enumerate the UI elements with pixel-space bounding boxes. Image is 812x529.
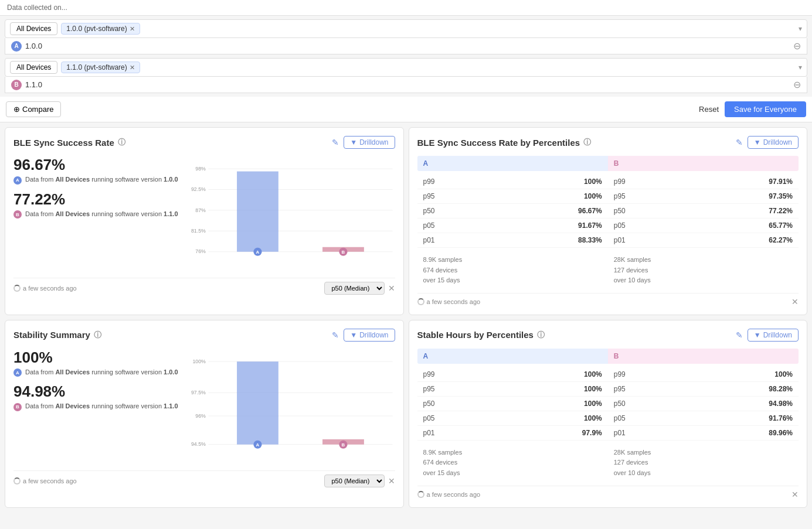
pct-value-a: 100% — [447, 385, 602, 393]
svg-text:A: A — [256, 250, 259, 255]
pct-label-b: p01 — [614, 429, 637, 437]
stability-desc-a: A Data from All Devices running software… — [13, 368, 178, 377]
filter-tag-b-close[interactable]: ✕ — [130, 64, 135, 71]
stability-title-text: Stability Summary — [13, 330, 90, 340]
expand-icon-ble-perc[interactable]: ✕ — [791, 297, 799, 306]
edit-icon-stable[interactable]: ✎ — [736, 330, 743, 340]
percentile-select-ble[interactable]: p50 (Median) — [324, 282, 385, 295]
stability-metric-a: 100% — [13, 349, 178, 367]
stable-meta-a-samples: 8.9K samples — [423, 448, 602, 458]
table-row: p95 100% p95 97.35% — [417, 189, 799, 204]
table-row: p50 96.67% p50 77.22% — [417, 204, 799, 219]
refresh-icon-ble — [13, 285, 21, 292]
svg-text:87%: 87% — [195, 207, 206, 213]
expand-icon-stability[interactable]: ✕ — [388, 476, 395, 486]
svg-text:100%: 100% — [192, 359, 206, 364]
ble-sync-chart: 98% 92.5% 87% 81.5% 76% — [188, 156, 395, 273]
svg-text:B: B — [341, 442, 345, 448]
pct-meta-b-period: over 10 days — [614, 275, 793, 286]
drilldown-btn-stable[interactable]: ▼ Drilldown — [748, 329, 799, 342]
stable-hours-header: Stable Hours by Percentiles ⓘ ✎ ▼ Drilld… — [417, 329, 799, 342]
pct-cell-b: p01 89.96% — [608, 426, 799, 440]
reset-button[interactable]: Reset — [699, 105, 719, 114]
edit-icon-perc[interactable]: ✎ — [736, 138, 743, 147]
pct-value-a: 97.9% — [447, 429, 602, 437]
pct-meta-a-devices: 674 devices — [423, 265, 602, 276]
compare-button[interactable]: ⊕ Compare — [6, 101, 61, 117]
ble-sync-controls: p50 (Median) ✕ — [324, 282, 395, 295]
save-button[interactable]: Save for Everyone — [725, 101, 806, 117]
pct-label-b: p01 — [614, 236, 637, 244]
stable-hours-title: Stable Hours by Percentiles ⓘ — [417, 330, 545, 340]
svg-rect-10 — [237, 172, 278, 252]
stable-pct-header: A B — [417, 349, 799, 364]
chevron-down-icon-a[interactable]: ▾ — [799, 25, 802, 33]
pct-cell-b: p50 77.22% — [608, 204, 799, 218]
badge-a: A — [11, 41, 22, 52]
ble-sync-perc-header: BLE Sync Success Rate by Percentiles ⓘ ✎… — [417, 136, 799, 149]
filter-row-b: All Devices 1.1.0 (pvt-software) ✕ ▾ — [5, 58, 807, 77]
stable-perc-timestamp: a few seconds ago — [417, 491, 481, 498]
action-bar: ⊕ Compare Reset Save for Everyone — [0, 97, 812, 122]
pct-label-a: p95 — [423, 192, 447, 200]
svg-text:96%: 96% — [195, 412, 206, 418]
pct-cell-a: p95 100% — [417, 382, 608, 396]
pct-value-a: 100% — [447, 178, 602, 186]
pct-cell-b: p05 65.77% — [608, 219, 799, 233]
table-row: p50 100% p50 94.98% — [417, 397, 799, 411]
stability-chart: 100% 97.5% 96% 94.5% A B — [188, 349, 395, 466]
drilldown-btn-ble[interactable]: ▼ Drilldown — [344, 136, 395, 149]
pct-label-b: p95 — [614, 192, 637, 200]
filter-tag-a-close[interactable]: ✕ — [130, 25, 135, 33]
stability-timestamp: a few seconds ago — [13, 477, 77, 484]
stability-badge-b: B — [13, 403, 22, 411]
expand-icon-ble[interactable]: ✕ — [388, 284, 395, 293]
drilldown-label-stability: Drilldown — [359, 331, 388, 339]
info-icon-stability[interactable]: ⓘ — [94, 330, 101, 340]
pct-value-b: 97.91% — [637, 178, 793, 186]
version-a-minus[interactable]: ⊖ — [793, 40, 801, 52]
pct-value-a: 100% — [447, 400, 602, 408]
ble-sync-header: BLE Sync Success Rate ⓘ ✎ ▼ Drilldown — [13, 136, 395, 149]
pct-meta-a: 8.9K samples 674 devices over 15 days — [417, 252, 608, 288]
pct-value-b: 94.98% — [637, 400, 793, 408]
stable-perc-footer: a few seconds ago ✕ — [417, 486, 799, 499]
stability-card: Stability Summary ⓘ ✎ ▼ Drilldown 100% A… — [5, 320, 404, 508]
ble-sync-title: BLE Sync Success Rate ⓘ — [13, 137, 125, 148]
expand-icon-stable[interactable]: ✕ — [791, 490, 799, 499]
stable-meta-a-period: over 15 days — [423, 468, 602, 479]
drilldown-label-perc: Drilldown — [763, 138, 792, 146]
ble-sync-values: 96.67% A Data from All Devices running s… — [13, 156, 178, 273]
version-b-label: 1.1.0 — [25, 80, 42, 89]
ble-sync-actions: ✎ ▼ Drilldown — [332, 136, 395, 149]
info-icon-ble[interactable]: ⓘ — [118, 137, 125, 148]
ble-perc-table: A B p99 100% p99 97.91% p95 100% p95 — [417, 156, 799, 288]
drilldown-label-ble: Drilldown — [359, 138, 388, 146]
ble-sync-metrics: 96.67% A Data from All Devices running s… — [13, 156, 395, 273]
pct-cell-a: p99 100% — [417, 367, 608, 381]
refresh-icon-stability — [13, 477, 21, 484]
pct-value-b: 62.27% — [637, 236, 793, 244]
version-a-label: 1.0.0 — [25, 42, 42, 50]
version-row-a: A 1.0.0 ⊖ — [5, 38, 807, 54]
edit-icon-ble[interactable]: ✎ — [332, 138, 339, 147]
info-icon-perc[interactable]: ⓘ — [583, 137, 591, 148]
pct-label-a: p99 — [423, 370, 447, 378]
pct-cell-b: p50 94.98% — [608, 397, 799, 411]
drilldown-btn-stability[interactable]: ▼ Drilldown — [344, 329, 395, 342]
info-icon-stable[interactable]: ⓘ — [537, 330, 545, 340]
filter-icon-perc: ▼ — [754, 138, 761, 146]
edit-icon-stability[interactable]: ✎ — [332, 330, 339, 340]
pct-label-a: p05 — [423, 221, 447, 230]
pct-value-b: 100% — [637, 370, 793, 378]
version-b-minus[interactable]: ⊖ — [793, 79, 801, 90]
stable-pct-rows-container: p99 100% p99 100% p95 100% p95 98.28% — [417, 367, 799, 441]
all-devices-btn-a[interactable]: All Devices — [10, 22, 57, 35]
main-grid: BLE Sync Success Rate ⓘ ✎ ▼ Drilldown 96… — [0, 127, 812, 513]
drilldown-btn-perc[interactable]: ▼ Drilldown — [748, 136, 799, 149]
chevron-down-icon-b[interactable]: ▾ — [799, 63, 802, 71]
pct-meta-b-devices: 127 devices — [614, 265, 793, 276]
percentile-select-stability[interactable]: p50 (Median) — [324, 475, 385, 487]
all-devices-btn-b[interactable]: All Devices — [10, 61, 57, 74]
version-row-b: B 1.1.0 ⊖ — [5, 77, 807, 93]
